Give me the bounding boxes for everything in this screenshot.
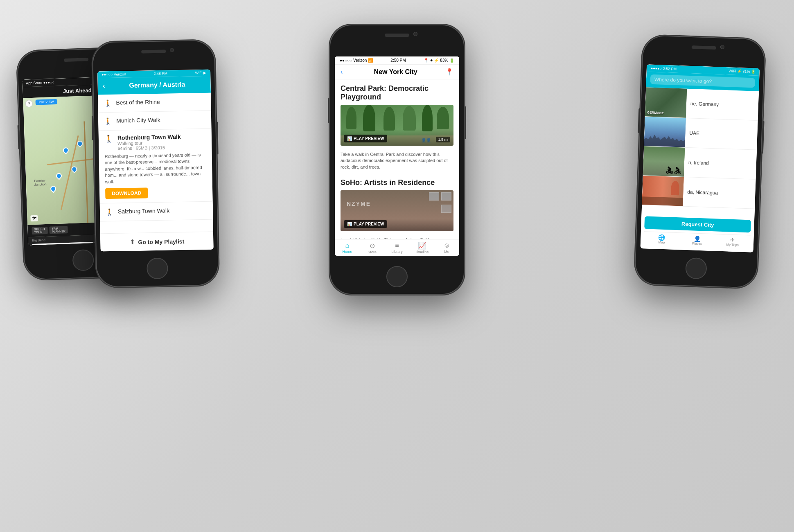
home-button-2[interactable] (147, 258, 168, 280)
map-pin (62, 146, 70, 154)
back-button-2[interactable]: ‹ (102, 81, 105, 90)
nyc-screen: ●●○○○ Verizon 📶 2:50 PM 📍 ✦ ⚡ 83% 🔋 ‹ Ne… (335, 56, 459, 256)
status-right-4: WiFi ⚡ 81% 🔋 (729, 69, 756, 74)
expanded-item: 🚶 Rothenburg Town Walk Walking tour 64mi… (99, 129, 213, 204)
central-park-image: 👤👤 📊 PLAY PREVIEW 1.5 mi (341, 105, 453, 146)
section-title-1: Central Park: Democratic Playground (341, 84, 453, 101)
duration-badge: 1.5 mi (436, 137, 450, 142)
download-button[interactable]: DOWNLOAD (105, 187, 148, 199)
travel-tab-map[interactable]: 🌐 Map (644, 233, 679, 245)
phone-travel: ●●●●○ 2:52 PM WiFi ⚡ 81% 🔋 Where do you … (634, 35, 765, 289)
trip-planner-btn[interactable]: TRIPPLANNER (50, 226, 68, 234)
speaker-4 (692, 45, 716, 50)
panther-label: PantherJunction (34, 179, 46, 187)
search-placeholder: Where do you want to go? (654, 77, 712, 84)
status-time-2: 2:48 PM (153, 71, 167, 76)
germany-label: ne, Germany (686, 100, 723, 107)
map-pin-3 (55, 172, 63, 180)
item-name-2: Munich City Walk (116, 116, 205, 124)
phone-playlist: ●●○○○ Verizon 2:48 PM WiFi ▶ ‹ Germany /… (92, 40, 219, 287)
play-preview-2[interactable]: 📊 PLAY PREVIEW (344, 220, 387, 228)
camera-4 (720, 45, 724, 49)
share-icon: ⬆ (129, 238, 135, 246)
item-name-4: Salzburg Town Walk (118, 207, 207, 215)
phone-nyc: ●●○○○ Verizon 📶 2:50 PM 📍 ✦ ⚡ 83% 🔋 ‹ Ne… (329, 25, 465, 295)
central-park-section: Central Park: Democratic Playground (335, 79, 459, 151)
camera-3 (413, 32, 417, 36)
speaker-1 (64, 58, 88, 62)
tab-home[interactable]: ⌂ Home (335, 242, 360, 254)
select-tour-btn[interactable]: SELECTTOUR (32, 227, 48, 234)
expanded-meta: 64mins | 65MB | 3/2015 (117, 145, 181, 151)
nicaragua-label: da, Nicaragua (683, 189, 722, 196)
location-icon: 📍 (445, 68, 453, 76)
request-city-button[interactable]: Request City (644, 216, 751, 232)
section-desc-1: Take a walk in Central Park and discover… (335, 151, 459, 174)
nyc-content: Central Park: Democratic Playground (335, 79, 459, 239)
ireland-image: 🚴🚴 (643, 146, 685, 176)
status-signal-3: ●●○○○ Verizon 📶 (340, 58, 373, 63)
travel-item-uae[interactable]: UAE (644, 117, 758, 150)
status-bar-3: ●●○○○ Verizon 📶 2:50 PM 📍 ✦ ⚡ 83% 🔋 (335, 56, 459, 65)
preview-button[interactable]: PREVIEW (35, 99, 57, 105)
home-button-4[interactable] (685, 257, 707, 280)
soho-section: SoHo: Artists in Residence NZYME (335, 174, 459, 237)
uae-label: UAE (685, 130, 704, 136)
tab-store[interactable]: ⊙ Store (360, 242, 385, 254)
walk-icon-1: 🚶 (104, 99, 112, 107)
camera-2 (170, 48, 174, 52)
go-playlist-button[interactable]: Go to My Playlist (138, 238, 184, 245)
nyc-title: New York City (346, 68, 445, 76)
status-left-1: App Store ●●●○○ (26, 80, 54, 85)
travel-tab-bar: 🌐 Map 👤 Places ✈ My Trips (644, 231, 751, 249)
playlist-items: 🚶 Best of the Rhine 🚶 Munich City Walk 🚶 (98, 93, 213, 234)
travel-item-germany[interactable]: GERMANY ne, Germany (645, 87, 759, 121)
status-right-2: WiFi ▶ (195, 71, 207, 75)
speaker-2 (141, 50, 166, 54)
item-name-1: Best of the Rhine (116, 98, 205, 106)
nyc-nav-bar: ‹ New York City 📍 (335, 65, 459, 79)
playlist-header: ‹ Germany / Austria (97, 76, 211, 95)
walk-icon-4: 🚶 (106, 208, 114, 216)
status-signal-2: ●●○○○ Verizon (102, 72, 126, 77)
track-name: Big Bend (32, 238, 45, 242)
progress-fill (32, 242, 93, 245)
expanded-description: Rothenburg — nearly a thousand years old… (105, 152, 207, 185)
tab-me[interactable]: ☺ Me (434, 242, 459, 254)
travel-tab-places[interactable]: 👤 Places (679, 234, 715, 246)
walk-icon-2: 🚶 (104, 117, 112, 125)
tour-buttons: SELECTTOUR TRIPPLANNER (32, 226, 68, 234)
playlist-footer[interactable]: ⬆ Go to My Playlist (100, 232, 214, 252)
status-battery-3: 📍 ✦ ⚡ 83% 🔋 (424, 58, 454, 63)
travel-item-ireland[interactable]: 🚴🚴 n, Ireland (643, 146, 757, 180)
tab-library[interactable]: ≡ Library (385, 242, 410, 254)
map-pin-4 (49, 185, 57, 193)
search-input[interactable]: Where do you want to go? (650, 74, 756, 88)
tab-timeline[interactable]: 📈 Timeline (409, 242, 434, 254)
playlist-screen: ●●○○○ Verizon 2:48 PM WiFi ▶ ‹ Germany /… (97, 70, 214, 252)
map-icon[interactable]: 🗺 (30, 215, 38, 222)
list-item[interactable]: 🚶 Best of the Rhine (98, 93, 211, 113)
nicaragua-image (642, 176, 683, 206)
travel-tab-mytrips[interactable]: ✈ My Trips (715, 236, 750, 247)
info-button[interactable]: ? (25, 100, 33, 108)
status-time-3: 2:50 PM (390, 58, 406, 63)
home-button-3[interactable] (386, 266, 408, 287)
back-button-3[interactable]: ‹ (341, 68, 343, 76)
list-item[interactable]: 🚶 Munich City Walk (98, 111, 212, 131)
section-title-2: SoHo: Artists in Residence (341, 178, 453, 187)
travel-footer: Request City 🌐 Map 👤 Places ✈ My Trips (641, 213, 755, 252)
expanded-title: Rothenburg Town Walk (117, 133, 181, 141)
list-item[interactable]: 🚶 Salzburg Town Walk (100, 202, 213, 222)
germany-image: GERMANY (645, 87, 687, 117)
nyc-tab-bar: ⌂ Home ⊙ Store ≡ Library 📈 Timeline ☺ (335, 239, 459, 256)
playlist-title: Germany / Austria (108, 80, 206, 89)
play-preview-1[interactable]: 📊 PLAY PREVIEW (344, 135, 387, 142)
travel-item-nicaragua[interactable]: da, Nicaragua (642, 176, 756, 209)
uae-image (644, 117, 686, 147)
status-signal-4: ●●●●○ 2:52 PM (651, 66, 677, 71)
walk-icon-3: 🚶 (104, 135, 113, 144)
soho-image: NZYME 📊 PLAY PREVIEW (341, 190, 453, 231)
home-button-1[interactable] (72, 249, 94, 271)
ireland-label: n, Ireland (684, 159, 713, 166)
